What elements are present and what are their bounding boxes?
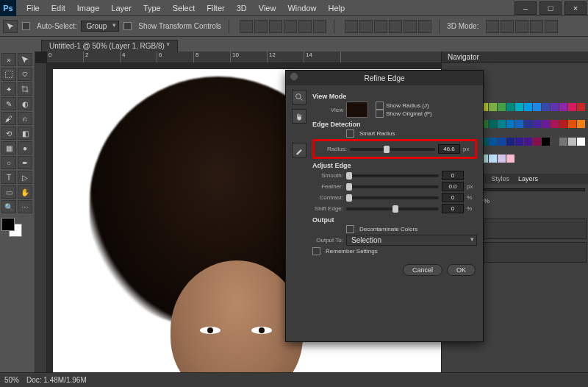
window-close-button[interactable]: × [564, 1, 587, 15]
distribute-icon[interactable] [389, 20, 402, 33]
blur-tool[interactable]: ● [18, 141, 32, 155]
menu-layer[interactable]: Layer [105, 4, 137, 13]
dialog-titlebar[interactable]: Refine Edge [286, 71, 483, 85]
move-tool[interactable] [18, 53, 32, 66]
swatch-color[interactable] [498, 120, 506, 128]
swatch-color[interactable] [498, 138, 506, 146]
menu-3d[interactable]: 3D [231, 4, 253, 13]
swatch-color[interactable] [568, 103, 576, 111]
swatch-color[interactable] [506, 103, 514, 111]
smooth-slider[interactable] [346, 174, 439, 177]
swatch-color[interactable] [524, 138, 532, 146]
auto-select-checkbox[interactable] [22, 22, 30, 30]
expand-icon[interactable]: » [1, 53, 16, 66]
swatch-color[interactable] [506, 155, 514, 163]
swatch-color[interactable] [551, 103, 559, 111]
dialog-close-button[interactable] [290, 73, 298, 80]
marquee-tool[interactable] [1, 68, 16, 81]
mode3d-icon[interactable] [545, 20, 558, 33]
align-icon[interactable] [313, 20, 326, 33]
swatch-color[interactable] [506, 120, 514, 128]
window-maximize-button[interactable]: □ [539, 1, 562, 15]
swatch-color[interactable] [498, 155, 506, 163]
swatch-color[interactable] [506, 138, 514, 146]
radius-slider[interactable] [350, 148, 435, 151]
styles-tab[interactable]: Styles [487, 174, 514, 184]
contrast-slider[interactable] [346, 196, 439, 199]
layers-tab[interactable]: Layers [514, 174, 542, 184]
swatch-color[interactable] [559, 120, 567, 128]
menu-image[interactable]: Image [71, 4, 106, 13]
swatch-color[interactable] [489, 138, 497, 146]
swatch-color[interactable] [542, 138, 550, 146]
mode3d-icon[interactable] [530, 20, 543, 33]
hand-tool[interactable]: ✋ [18, 185, 32, 199]
swatch-color[interactable] [542, 103, 550, 111]
eraser-tool[interactable]: ◧ [18, 127, 32, 140]
swatch-color[interactable] [524, 103, 532, 111]
distribute-icon[interactable] [374, 20, 387, 33]
feather-value[interactable]: 0.0 [442, 182, 464, 191]
swatch-color[interactable] [498, 103, 506, 111]
show-radius-checkbox[interactable] [376, 102, 384, 110]
distribute-icon[interactable] [359, 20, 373, 33]
dialog-refine-brush-tool[interactable] [292, 143, 306, 157]
menu-select[interactable]: Select [167, 4, 201, 13]
radius-value[interactable]: 46.6 [438, 144, 460, 154]
menu-type[interactable]: Type [137, 4, 167, 13]
dialog-zoom-tool[interactable] [292, 90, 306, 104]
swatch-color[interactable] [577, 103, 585, 111]
swatch-color[interactable] [533, 138, 541, 146]
auto-select-dropdown[interactable]: Group [81, 21, 119, 32]
navigator-tab[interactable]: Navigator [442, 52, 588, 63]
ok-button[interactable]: OK [447, 264, 476, 276]
wand-tool[interactable]: ✦ [1, 82, 16, 96]
decontaminate-checkbox[interactable] [346, 225, 354, 233]
swatch-color[interactable] [515, 138, 523, 146]
cancel-button[interactable]: Cancel [403, 264, 442, 276]
swatch-color[interactable] [489, 103, 497, 111]
distribute-icon[interactable] [345, 20, 358, 33]
shift-edge-slider[interactable] [346, 207, 439, 210]
menu-window[interactable]: Window [282, 4, 322, 13]
color-swatch[interactable] [1, 218, 31, 237]
swatch-color[interactable] [577, 138, 585, 146]
remember-checkbox[interactable] [312, 247, 320, 255]
menu-help[interactable]: Help [323, 4, 351, 13]
gradient-tool[interactable]: ▦ [1, 141, 16, 155]
align-icon[interactable] [254, 20, 268, 33]
distribute-icon[interactable] [418, 20, 431, 33]
smart-radius-checkbox[interactable] [346, 129, 354, 138]
smooth-value[interactable]: 0 [442, 171, 464, 180]
swatch-color[interactable] [515, 103, 523, 111]
swatch-color[interactable] [524, 120, 532, 128]
window-minimize-button[interactable]: – [514, 1, 537, 15]
shift-edge-value[interactable]: 0 [442, 204, 464, 213]
dodge-tool[interactable]: ○ [1, 156, 16, 169]
document-tab[interactable]: Untitled-1 @ 50% (Layer 1, RGB/8) * [41, 40, 178, 52]
brush-tool[interactable]: 🖌 [1, 112, 16, 125]
show-original-checkbox[interactable] [376, 110, 384, 118]
swatch-color[interactable] [515, 120, 523, 128]
dialog-hand-tool[interactable] [292, 109, 306, 124]
contrast-value[interactable]: 0 [442, 193, 464, 202]
edit-toolbar[interactable]: ⋯ [18, 200, 32, 213]
swatch-color[interactable] [559, 103, 567, 111]
swatch-color[interactable] [533, 103, 541, 111]
heal-tool[interactable]: ◐ [18, 97, 32, 110]
menu-view[interactable]: View [253, 4, 282, 13]
view-thumbnail[interactable] [346, 102, 368, 118]
swatch-color[interactable] [489, 155, 497, 163]
menu-edit[interactable]: Edit [46, 4, 71, 13]
zoom-tool[interactable]: 🔍 [1, 200, 16, 213]
output-to-select[interactable]: Selection [346, 235, 477, 246]
align-icon[interactable] [269, 20, 282, 33]
swatch-color[interactable] [568, 138, 576, 146]
menu-file[interactable]: File [21, 4, 46, 13]
swatch-color[interactable] [489, 120, 497, 128]
shape-tool[interactable]: ▭ [1, 185, 16, 199]
mode3d-icon[interactable] [501, 20, 514, 33]
mode3d-icon[interactable] [515, 20, 528, 33]
type-tool[interactable]: T [1, 171, 16, 184]
status-zoom[interactable]: 50% [4, 376, 19, 384]
